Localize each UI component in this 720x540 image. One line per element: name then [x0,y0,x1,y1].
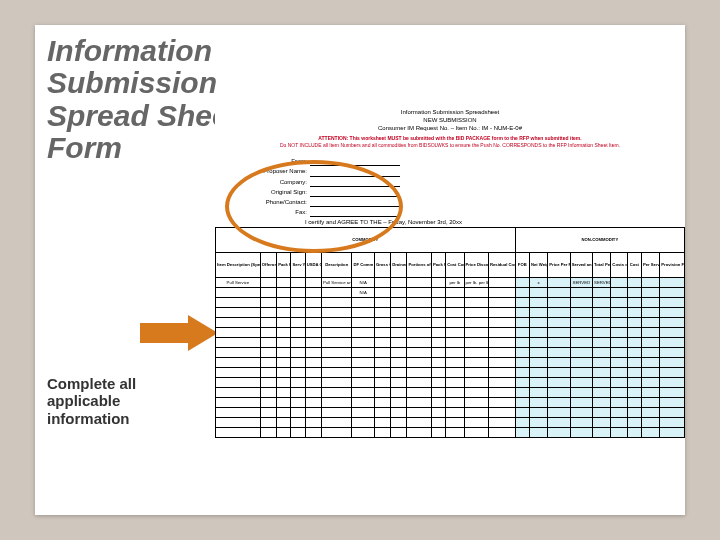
table-cell [431,348,445,358]
table-cell [548,418,570,428]
table-cell [260,338,276,348]
table-cell [611,378,627,388]
title-line: Form [47,131,122,164]
table-cell [305,278,321,288]
form-warning: ATTENTION: This worksheet MUST be submit… [215,132,685,152]
table-cell [446,388,464,398]
table-cell [548,348,570,358]
table-row: Pull ServicePull Service and DeliveryN/A… [216,278,685,288]
table-cell [352,418,374,428]
table-cell [627,428,641,438]
table-cell [321,408,352,418]
table-cell [291,348,305,358]
table-cell [641,408,659,418]
table-cell [391,398,407,408]
table-cell [305,378,321,388]
table-cell [374,428,390,438]
table-cell [529,288,547,298]
table-cell [291,428,305,438]
table-cell [464,338,488,348]
table-cell [515,308,529,318]
table-cell [641,348,659,358]
table-cell [431,428,445,438]
table-cell [352,358,374,368]
table-cell [391,408,407,418]
table-cell [277,408,291,418]
table-cell [627,368,641,378]
table-cell [374,378,390,388]
table-cell [529,398,547,408]
table-cell [641,318,659,328]
table-cell [529,338,547,348]
column-header: Served and Longest Product Code [570,253,592,278]
table-cell [277,278,291,288]
table-cell [391,308,407,318]
table-cell [515,358,529,368]
table-cell: x [529,278,547,288]
table-cell [260,358,276,368]
table-cell [641,308,659,318]
table-cell [611,388,627,398]
table-cell [464,408,488,418]
table-cell [529,418,547,428]
table-cell [291,378,305,388]
table-cell [260,348,276,358]
table-cell [446,288,464,298]
table-cell [291,308,305,318]
table-cell [277,428,291,438]
table-row [216,368,685,378]
table-cell [374,368,390,378]
table-cell [352,318,374,328]
table-row [216,398,685,408]
table-cell [305,388,321,398]
table-cell: Pull Service [216,278,261,288]
table-cell [611,398,627,408]
table-cell [488,378,515,388]
table-cell [660,278,685,288]
table-cell [277,338,291,348]
table-cell [407,408,431,418]
table-cell [446,418,464,428]
table-cell [216,418,261,428]
table-cell [515,398,529,408]
table-cell [529,308,547,318]
table-cell [570,368,592,378]
table-cell [305,308,321,318]
table-cell [548,408,570,418]
table-cell [529,328,547,338]
table-cell [593,388,611,398]
table-cell [431,318,445,328]
table-cell [260,278,276,288]
column-header: Total Per Cost [593,253,611,278]
table-cell [627,378,641,388]
column-header: Price Discount Cost per Serving [464,253,488,278]
table-cell [446,298,464,308]
table-cell [407,348,431,358]
table-cell [407,298,431,308]
table-cell [627,328,641,338]
table-cell [446,368,464,378]
table-cell [321,318,352,328]
table-cell [260,328,276,338]
table-cell [570,358,592,368]
table-cell [305,318,321,328]
table-cell [291,288,305,298]
table-cell [570,398,592,408]
table-cell [611,308,627,318]
table-cell [216,428,261,438]
table-cell [216,348,261,358]
table-cell [570,288,592,298]
table-cell [641,278,659,288]
table-cell [291,338,305,348]
table-cell [407,278,431,288]
table-cell [515,338,529,348]
column-header: Description [321,253,352,278]
table-cell [407,308,431,318]
table-cell [464,318,488,328]
table-cell [407,318,431,328]
table-cell [446,318,464,328]
table-cell [305,348,321,358]
table-cell [216,328,261,338]
table-cell [431,408,445,418]
table-cell [464,348,488,358]
